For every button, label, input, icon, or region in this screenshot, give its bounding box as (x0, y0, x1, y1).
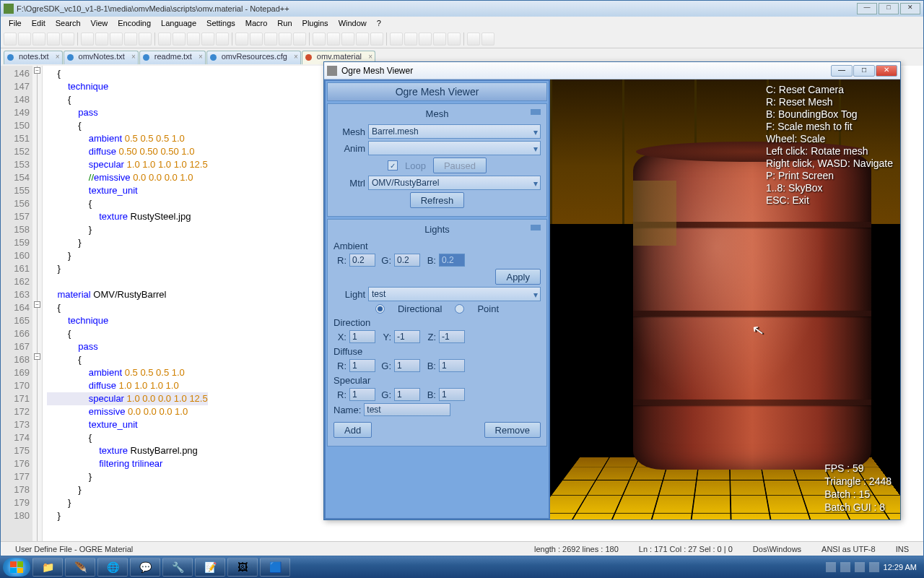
add-button[interactable]: Add (334, 422, 372, 438)
toolbar-button[interactable] (18, 33, 31, 46)
tb-explorer[interactable]: 📁 (32, 558, 63, 577)
toolbar-button[interactable] (47, 33, 60, 46)
toolbar-button[interactable] (250, 33, 263, 46)
mesh-combo[interactable]: Barrel.mesh (368, 124, 541, 139)
clock[interactable]: 12:29 AM (884, 563, 917, 571)
diffuse-g-input[interactable]: 1 (394, 359, 420, 372)
maximize-button[interactable]: □ (853, 65, 875, 77)
toolbar-button[interactable] (356, 33, 369, 46)
toolbar-button[interactable] (173, 33, 186, 46)
maximize-button[interactable]: □ (879, 3, 899, 14)
toolbar-button[interactable] (390, 33, 403, 46)
toolbar-button[interactable] (110, 33, 123, 46)
anim-combo[interactable] (368, 141, 541, 155)
specular-b-input[interactable]: 1 (439, 388, 465, 401)
close-button[interactable]: ✕ (876, 65, 897, 77)
start-button[interactable] (3, 558, 30, 577)
toolbar-button[interactable] (264, 33, 277, 46)
tab-close-icon[interactable]: × (368, 53, 372, 61)
toolbar-button[interactable] (313, 33, 326, 46)
menu-language[interactable]: Language (156, 19, 201, 27)
taskbar[interactable]: 📁 🪶 🌐 💬 🔧 📝 🖼 🟦 12:29 AM (0, 556, 924, 578)
toolbar-button[interactable] (433, 33, 446, 46)
menu-run[interactable]: Run (272, 19, 297, 27)
collapse-icon[interactable] (531, 225, 541, 230)
tb-skype[interactable]: 💬 (130, 558, 160, 577)
tab-omvResources.cfg[interactable]: omvResources.cfg× (206, 51, 301, 64)
tb-ogre[interactable]: 🟦 (260, 558, 290, 577)
dir-z-input[interactable]: -1 (439, 330, 465, 343)
toolbar-button[interactable] (481, 33, 494, 46)
toolbar-button[interactable] (404, 33, 417, 46)
ogre-3d-viewport[interactable]: ↖ C: Reset CameraR: Reset MeshB: Boundin… (550, 79, 900, 519)
tab-omvNotes.txt[interactable]: omvNotes.txt× (64, 51, 139, 64)
menu-macro[interactable]: Macro (240, 19, 273, 27)
tab-notes.txt[interactable]: notes.txt× (4, 51, 63, 64)
remove-button[interactable]: Remove (484, 422, 541, 438)
tab-readme.txt[interactable]: readme.txt× (139, 51, 206, 64)
fold-box[interactable]: − (34, 301, 40, 308)
toolbar-button[interactable] (419, 33, 432, 46)
menu-encoding[interactable]: Encoding (113, 19, 156, 27)
toolbar-button[interactable] (293, 33, 306, 46)
ogre-titlebar[interactable]: Ogre Mesh Viewer — □ ✕ (324, 62, 900, 79)
menu-plugins[interactable]: Plugins (297, 19, 334, 27)
toolbar-button[interactable] (341, 33, 354, 46)
toolbar-button[interactable] (81, 33, 94, 46)
paused-button[interactable]: Paused (433, 158, 487, 173)
menu-search[interactable]: Search (51, 19, 86, 27)
toolbar-button[interactable] (4, 33, 17, 46)
point-radio[interactable] (455, 304, 464, 314)
minimize-button[interactable]: — (857, 3, 877, 14)
tb-app[interactable]: 🪶 (65, 558, 95, 577)
menu-?[interactable]: ? (372, 19, 386, 27)
toolbar-button[interactable] (124, 33, 137, 46)
collapse-icon[interactable] (531, 109, 541, 115)
tab-close-icon[interactable]: × (56, 53, 60, 61)
toolbar-button[interactable] (370, 33, 383, 46)
menu-view[interactable]: View (86, 19, 113, 27)
toolbar-button[interactable] (327, 33, 340, 46)
toolbar-button[interactable] (32, 33, 45, 46)
fold-box[interactable]: − (34, 67, 40, 74)
tb-notepadpp[interactable]: 📝 (195, 558, 225, 577)
tb-app2[interactable]: 🔧 (162, 558, 193, 577)
toolbar-button[interactable] (216, 33, 229, 46)
apply-button[interactable]: Apply (495, 269, 541, 285)
light-combo[interactable]: test (368, 287, 541, 301)
fold-box[interactable]: − (34, 353, 40, 360)
toolbar-button[interactable] (201, 33, 214, 46)
toolbar-button[interactable] (448, 33, 461, 46)
specular-g-input[interactable]: 1 (394, 388, 420, 401)
tray-icon[interactable] (840, 562, 850, 572)
tb-app3[interactable]: 🖼 (227, 558, 258, 577)
npp-titlebar[interactable]: F:\OgreSDK_vc10_v1-8-1\media\omvMedia\sc… (1, 1, 923, 17)
toolbar-button[interactable] (95, 33, 108, 46)
diffuse-b-input[interactable]: 1 (439, 359, 465, 372)
menu-window[interactable]: Window (334, 19, 372, 27)
loop-checkbox[interactable]: ✓ (388, 160, 398, 171)
toolbar-button[interactable] (187, 33, 200, 46)
menu-settings[interactable]: Settings (201, 19, 240, 27)
ambient-r-input[interactable]: 0.2 (349, 254, 375, 267)
specular-r-input[interactable]: 1 (349, 388, 375, 401)
tray-icon[interactable] (826, 562, 836, 572)
directional-radio[interactable] (375, 304, 385, 314)
name-input[interactable]: test (364, 403, 450, 416)
tray-icon[interactable] (855, 562, 865, 572)
close-button[interactable]: ✕ (900, 3, 920, 14)
tb-chrome[interactable]: 🌐 (97, 558, 128, 577)
tab-close-icon[interactable]: × (199, 53, 203, 61)
menu-file[interactable]: File (4, 19, 27, 27)
dir-x-input[interactable]: 1 (349, 330, 375, 343)
tab-close-icon[interactable]: × (294, 53, 298, 61)
diffuse-r-input[interactable]: 1 (349, 359, 375, 372)
ambient-b-input[interactable]: 0.2 (439, 254, 465, 267)
toolbar-button[interactable] (467, 33, 480, 46)
ambient-g-input[interactable]: 0.2 (394, 254, 420, 267)
fold-gutter[interactable]: − − − (32, 66, 43, 541)
toolbar-button[interactable] (139, 33, 152, 46)
tab-close-icon[interactable]: × (131, 53, 136, 61)
system-tray[interactable]: 12:29 AM (821, 562, 921, 572)
minimize-button[interactable]: — (831, 65, 853, 77)
